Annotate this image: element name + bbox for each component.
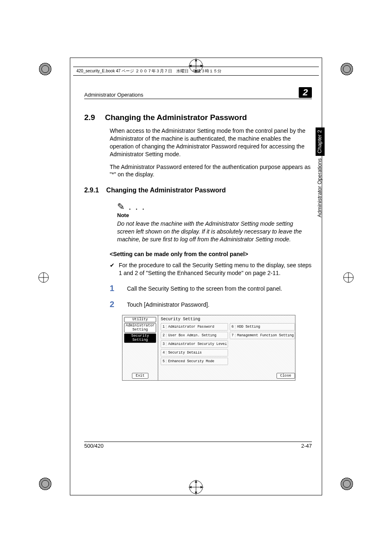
opt-enhanced-security[interactable]: 5Enhanced Security Mode <box>161 358 228 365</box>
panel-tab-security-setting[interactable]: Security Setting <box>124 333 156 343</box>
panel-exit-button[interactable]: Exit <box>132 373 148 379</box>
side-reg-left <box>38 272 49 283</box>
step-2-number: 2 <box>110 300 118 309</box>
subsection-number: 2.9.1 <box>84 187 99 194</box>
book-header-strip: 420_security_E.book 47 ページ ２００７年３月７日 水曜日… <box>73 67 319 76</box>
footer-page: 2-47 <box>301 443 312 449</box>
panel-tab-admin-setting[interactable]: Administrator Setting <box>124 323 156 333</box>
step-2-text: Touch [Administrator Password]. <box>127 300 210 308</box>
registration-mark-top-left <box>38 62 53 76</box>
note-text: Do not leave the machine with the Admini… <box>117 220 312 243</box>
paragraph-1: When access to the Administrator Setting… <box>110 127 312 158</box>
running-header-text: Administrator Operations <box>84 92 143 98</box>
registration-mark-bottom-left <box>38 476 53 491</box>
section-title: Changing the Administrator Password <box>105 113 247 122</box>
opt-admin-sec-level[interactable]: 3Administrator Security Level <box>161 340 228 348</box>
panel-tab-utility[interactable]: Utility <box>124 317 156 322</box>
check-bullet: ✔ For the procedure to call the Security… <box>110 261 312 277</box>
side-tab-chapter: Chapter 2 <box>316 127 325 156</box>
paragraph-2: The Administrator Password entered for t… <box>110 163 312 179</box>
side-tab-section: Administrator Operations <box>316 156 325 220</box>
page-content: Administrator Operations 2 2.9 Changing … <box>84 87 312 449</box>
panel-close-button[interactable]: Close <box>277 373 295 379</box>
running-header: Administrator Operations 2 <box>84 87 312 99</box>
chapter-badge: 2 <box>299 87 312 98</box>
panel-left-column: Utility Administrator Setting Security S… <box>122 315 158 380</box>
step-2: 2 Touch [Administrator Password]. <box>110 300 312 309</box>
step-1-number: 1 <box>110 284 118 293</box>
step-1: 1 Call the Security Setting to the scree… <box>110 284 312 293</box>
registration-mark-top-right <box>339 62 354 76</box>
footer-model: 500/420 <box>84 443 104 449</box>
note-icon: ✎ . . . <box>117 201 312 212</box>
opt-mgmt-function[interactable]: 7Management Function Setting <box>230 332 295 339</box>
subsection-title: Changing the Administrator Password <box>106 187 226 194</box>
side-reg-right <box>343 272 354 283</box>
note-block: ✎ . . . Note Do not leave the machine wi… <box>117 201 312 243</box>
page-footer: 500/420 2-47 <box>84 442 312 449</box>
opt-hdd-setting[interactable]: 6HDD Setting <box>230 323 295 331</box>
opt-userbox-admin[interactable]: 2User Box Admin. Setting <box>161 332 228 339</box>
registration-mark-bottom-right <box>339 476 354 491</box>
note-label: Note <box>117 212 312 218</box>
check-icon: ✔ <box>110 261 115 277</box>
check-text: For the procedure to call the Security S… <box>119 261 312 277</box>
opt-admin-password[interactable]: 1Administrator Password <box>161 323 228 331</box>
device-screenshot: Utility Administrator Setting Security S… <box>122 315 295 381</box>
setting-heading: <Setting can be made only from the contr… <box>110 251 312 257</box>
panel-right-column: Security Setting 1Administrator Password… <box>158 315 297 380</box>
section-number: 2.9 <box>84 113 95 122</box>
step-1-text: Call the Security Setting to the screen … <box>127 284 282 292</box>
opt-security-details[interactable]: 4Security Details <box>161 349 228 356</box>
side-chapter-tabs: Chapter 2 Administrator Operations <box>316 127 325 247</box>
panel-title: Security Setting <box>161 317 295 321</box>
